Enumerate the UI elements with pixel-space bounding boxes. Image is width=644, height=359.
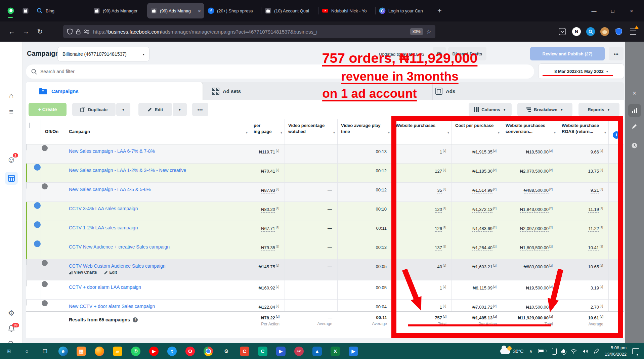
microphone-icon[interactable] (562, 349, 565, 353)
header-cost-per-landing-page[interactable]: pering page▼ (250, 119, 285, 144)
header-select-all[interactable] (26, 119, 41, 144)
pocket-icon[interactable] (557, 27, 567, 37)
url-bar[interactable]: https://business.facebook.com/adsmanager… (63, 25, 435, 38)
review-and-publish-button[interactable]: Review and Publish (27) (530, 47, 605, 60)
home-icon[interactable]: ⌂ (0, 91, 23, 100)
row-checkbox[interactable] (26, 259, 27, 265)
taskbar-app-whatsapp[interactable]: ✆ (131, 347, 140, 356)
edit-link[interactable]: Edit (104, 270, 117, 275)
header-cost-per-purchase[interactable]: Cost per purchase▼ (452, 119, 502, 144)
charts-icon[interactable] (625, 104, 644, 117)
add-column-icon[interactable]: + (613, 131, 620, 139)
menu-hamburger-icon[interactable]: ≡ (0, 107, 23, 116)
pen-icon[interactable] (594, 349, 599, 354)
more-options-button[interactable]: ••• (609, 47, 624, 60)
history-clock-icon[interactable] (625, 142, 644, 149)
pinned-tab-whatsapp[interactable] (3, 3, 18, 18)
ad-account-dropdown[interactable]: Billionaire (467710791481537)▾ (58, 47, 149, 61)
taskbar-app-twitter[interactable]: t (167, 347, 177, 356)
taskbar-app-opera[interactable]: O (185, 347, 195, 356)
campaign-name-link[interactable]: CCTV + door alarm LAA campaign (62, 280, 250, 290)
row-checkbox[interactable] (26, 221, 27, 227)
battery-icon[interactable] (538, 349, 546, 353)
url-text[interactable]: https://business.facebook.com/adsmanager… (93, 29, 407, 35)
campaign-name-link[interactable]: New Sales campaign - LAA 6-7% & 7-8% (62, 144, 250, 154)
weather-widget[interactable]: 30°C (500, 348, 523, 354)
taskbar-app-photos[interactable]: ▲ (312, 347, 322, 356)
campaign-name-link[interactable]: CCTV Web Custom Audience Sales campaign (62, 259, 250, 269)
shield-icon[interactable] (67, 29, 73, 35)
edit-button[interactable]: Edit (138, 103, 172, 116)
wifi-icon[interactable] (570, 349, 577, 354)
taskbar-app-media-player[interactable]: ▶ (349, 347, 358, 356)
settings-gear-icon[interactable]: ⚙ (0, 309, 23, 318)
select-all-checkbox[interactable] (29, 123, 30, 128)
taskbar-app-app-red-c[interactable]: C (240, 347, 249, 356)
back-button[interactable]: ← (5, 28, 19, 36)
ads-reporting-icon[interactable] (0, 172, 23, 185)
duplicate-button[interactable]: Duplicate (72, 103, 116, 116)
edit-pencil-icon[interactable] (625, 124, 644, 129)
campaign-name-link[interactable]: CCTV 1-2% LAA sales campaign (62, 221, 250, 230)
date-range-dropdown[interactable]: 8 Mar 2022-31 May 2022▾ (539, 64, 624, 79)
menu-icon[interactable] (628, 27, 638, 37)
browser-tab[interactable]: (10) Account Qual (261, 3, 318, 18)
taskbar-app-movies-tv[interactable]: ▶ (276, 347, 286, 356)
header-campaign[interactable]: Campaign▼ (62, 119, 250, 144)
view-charts-link[interactable]: View Charts (69, 270, 97, 275)
header-website-purchases[interactable]: Website purchases▼ (392, 119, 452, 144)
columns-button[interactable]: Columns▼ (469, 103, 512, 116)
volume-icon[interactable] (583, 349, 588, 354)
header-video-percentage-watched[interactable]: Video percentage watched▼ (285, 119, 338, 144)
zoom-level-badge[interactable]: 80% (410, 28, 423, 35)
browser-tab[interactable]: (99) Ads Manager (90, 3, 147, 18)
row-checkbox[interactable] (26, 300, 27, 306)
browser-tab[interactable]: f(20+) Shop xpress (204, 3, 261, 18)
taskbar-app-task-view[interactable]: ❏ (40, 347, 50, 356)
forward-button[interactable]: → (19, 28, 33, 36)
row-checkbox[interactable] (26, 240, 27, 246)
tab-campaigns[interactable]: Campaigns (26, 82, 203, 100)
new-tab-button[interactable]: + (437, 6, 442, 15)
tray-chevron-icon[interactable]: ∧ (529, 349, 532, 354)
campaign-name-link[interactable]: CCTV 3-4% LAA sales campaign (62, 202, 250, 211)
taskbar-app-search[interactable]: ○ (22, 347, 32, 356)
monkey-extension-icon[interactable] (600, 27, 610, 37)
notifications-bell-icon[interactable]: 99 (0, 325, 23, 332)
taskbar-app-file-explorer[interactable]: ▰ (113, 347, 122, 356)
row-checkbox[interactable] (26, 280, 27, 286)
create-button[interactable]: + Create (29, 103, 67, 116)
row-checkbox[interactable] (26, 163, 27, 170)
taskbar-clock[interactable]: 5:08 pm13/06/2022 (605, 345, 627, 358)
pinned-tab-briefcase[interactable] (18, 3, 33, 18)
taskbar-app-firefox[interactable] (95, 347, 104, 356)
notification-center-icon[interactable] (632, 348, 639, 354)
reload-button[interactable]: ↻ (33, 28, 47, 36)
permissions-icon[interactable] (84, 29, 90, 34)
edit-dropdown-button[interactable]: ▼ (173, 103, 187, 116)
row-checkbox[interactable] (26, 201, 27, 208)
reports-button[interactable]: Reports▼ (578, 103, 619, 116)
maximize-button[interactable]: □ (606, 8, 620, 14)
taskbar-app-chrome[interactable] (204, 347, 213, 356)
taskbar-app-youtube[interactable]: ▶ (149, 347, 159, 356)
taskbar-app-snipping-tool[interactable]: ✂ (294, 347, 304, 356)
taskbar-app-app-green-c[interactable]: C (258, 347, 267, 356)
taskbar-app-excel[interactable]: X (331, 347, 340, 356)
header-purchase-roas[interactable]: Website purchase ROAS (return...▼ (558, 119, 609, 144)
header-add-column[interactable]: + (609, 119, 624, 144)
close-panel-icon[interactable]: × (625, 89, 644, 97)
header-purchases-conversion-value[interactable]: Website purchases conversion...▼ (502, 119, 558, 144)
duplicate-dropdown-button[interactable]: ▼ (116, 103, 130, 116)
tab-close-icon[interactable]: × (198, 8, 201, 14)
taskbar-app-windows-start[interactable]: ⊞ (4, 347, 13, 356)
taskbar-app-edge[interactable]: e (58, 347, 68, 356)
breakdown-button[interactable]: Breakdown▼ (517, 103, 572, 116)
phone-link-icon[interactable] (552, 348, 557, 355)
browser-tab[interactable]: (99) Ads Manag× (147, 3, 204, 18)
campaign-name-link[interactable]: New Sales campaign - LAA 4-5 & 5-6% (62, 183, 250, 192)
browser-tab[interactable]: Bing (33, 3, 90, 18)
taskbar-app-office[interactable]: ▦ (77, 347, 86, 356)
bookmark-star-icon[interactable]: ☆ (426, 28, 431, 35)
row-checkbox[interactable] (26, 182, 27, 189)
